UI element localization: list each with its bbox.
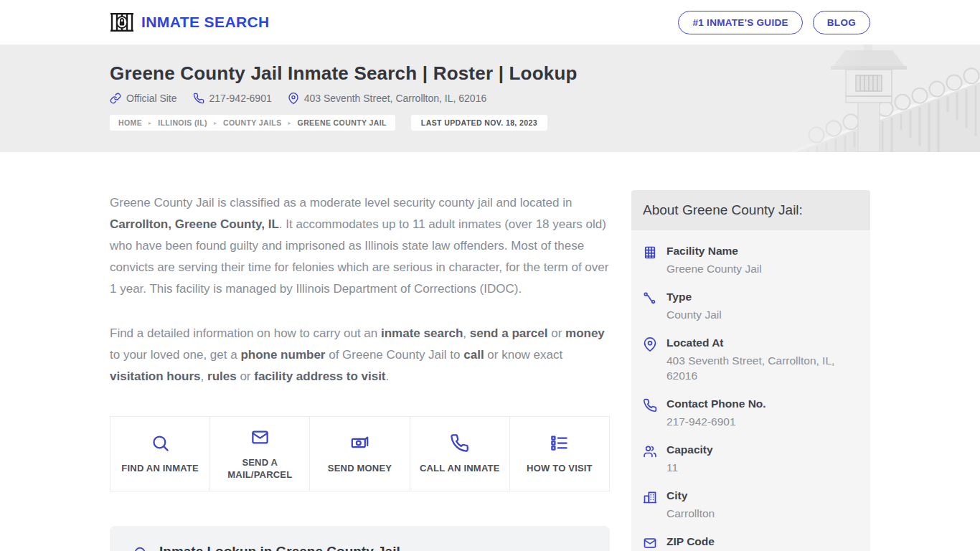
quick-actions: FIND AN INMATESEND A MAIL/PARCELSEND MON… [110,416,610,491]
breadcrumb-item-greene-county-jail[interactable]: GREENE COUNTY JAIL [298,118,387,127]
info-text: CityCarrollton [666,489,715,521]
body-text: , [463,326,469,340]
body-text: , [201,369,207,383]
info-value: 11 [666,460,713,475]
body-text: to your loved one, get a [110,348,240,362]
action-call-an-inmate[interactable]: CALL AN INMATE [410,417,510,491]
mail-icon [643,536,657,551]
info-text: Capacity11 [666,443,713,475]
inmates-guide-button[interactable]: #1 INMATE'S GUIDE [678,11,802,34]
sidebar-title: About Greene County Jail: [631,190,870,230]
intro-paragraph: Greene County Jail is classified as a mo… [110,192,610,300]
emphasis-text: inmate search [381,326,463,340]
info-item-type: TypeCounty Jail [643,283,859,329]
phone-link[interactable]: 217-942-6901 [193,93,272,104]
emphasis-text: facility address to visit [254,369,385,383]
info-label: Capacity [666,443,713,456]
checklist-icon [550,433,569,453]
breadcrumb-item-illinois-il[interactable]: ILLINOIS (IL) [158,118,207,127]
blog-button[interactable]: BLOG [813,11,870,34]
info-text: ZIP Code62016 [666,535,715,551]
info-label: Type [666,291,722,303]
article-column: Greene County Jail is classified as a mo… [110,152,610,551]
phone-icon [643,398,657,429]
info-item-located-at: Located At403 Seventh Street, Carrollton… [643,329,859,390]
body-text: or [237,369,255,383]
info-item-facility-name: Facility NameGreene County Jail [643,237,859,283]
emphasis-text: phone number [240,348,325,362]
info-text: TypeCounty Jail [666,291,722,322]
header-nav: #1 INMATE'S GUIDE BLOG [678,11,870,34]
breadcrumb: HOME▸ILLINOIS (IL)▸COUNTY JAILS▸GREENE C… [110,115,395,131]
search-icon [133,545,149,551]
services-paragraph: Find a detailed information on how to ca… [110,323,610,387]
action-label: HOW TO VISIT [527,462,593,474]
breadcrumb-item-county-jails[interactable]: COUNTY JAILS [223,118,282,127]
phone-number: 217-942-6901 [209,93,272,104]
info-value: 217-942-6901 [666,414,766,429]
body-text: Find a detailed information on how to ca… [110,326,381,340]
emphasis-text: money [565,326,605,340]
main-content: Greene County Jail is classified as a mo… [110,152,870,551]
info-item-capacity: Capacity11 [643,436,859,482]
jail-lock-icon [110,11,134,33]
people-icon [643,444,657,475]
info-text: Contact Phone No.217-942-6901 [666,397,766,429]
official-site-link[interactable]: Official Site [110,93,177,104]
action-send-money[interactable]: SEND MONEY [310,417,410,491]
info-item-zip-code: ZIP Code62016 [643,528,859,551]
inmate-lookup-section: Inmate Lookup in Greene County Jail [110,526,610,551]
info-label: Facility Name [666,245,762,258]
body-text: or know exact [484,348,563,362]
facility-icon [643,245,657,276]
map-pin-icon [288,93,299,104]
brand-name: INMATE SEARCH [141,14,270,31]
site-header: INMATE SEARCH #1 INMATE'S GUIDE BLOG [0,0,980,44]
mail-icon [250,428,270,447]
emphasis-text: send a parcel [470,326,548,340]
breadcrumb-separator-icon: ▸ [288,120,291,126]
body-text: . [386,369,390,383]
city-icon [643,490,657,521]
action-label: SEND MONEY [328,462,392,474]
action-find-an-inmate[interactable]: FIND AN INMATE [110,417,210,491]
last-updated-badge: LAST UPDATED NOV. 18, 2023 [411,115,547,131]
info-label: City [666,489,715,502]
action-label: FIND AN INMATE [121,462,199,474]
body-text: of Greene County Jail to [325,348,463,362]
action-how-to-visit[interactable]: HOW TO VISIT [510,417,609,491]
info-value: Greene County Jail [666,261,762,276]
type-icon [643,291,657,322]
about-sidebar: About Greene County Jail: Facility NameG… [631,190,870,551]
info-text: Facility NameGreene County Jail [666,245,762,276]
phone-icon [450,433,469,453]
action-label: CALL AN INMATE [420,462,500,474]
emphasis-text: rules [207,369,237,383]
address-text: 403 Seventh Street, Carrollton, IL, 6201… [304,93,487,104]
info-value: 403 Seventh Street, Carrollton, IL, 6201… [666,353,859,383]
info-label: Located At [666,336,859,349]
info-label: ZIP Code [666,535,715,548]
info-value: County Jail [666,307,722,322]
body-text: Greene County Jail is classified as a mo… [110,196,572,209]
search-icon [151,433,170,453]
emphasis-text: call [463,348,484,362]
lookup-title: Inmate Lookup in Greene County Jail [159,544,400,551]
info-text: Located At403 Seventh Street, Carrollton… [666,336,859,383]
info-item-contact-phone-no: Contact Phone No.217-942-6901 [643,390,859,436]
page-title: Greene County Jail Inmate Search | Roste… [110,62,870,85]
sidebar-items: Facility NameGreene County JailTypeCount… [631,230,870,551]
breadcrumb-item-home[interactable]: HOME [118,118,142,127]
header-logo[interactable]: INMATE SEARCH [110,11,270,33]
action-send-a-mail-parcel[interactable]: SEND A MAIL/PARCEL [210,417,310,491]
emphasis-text: Carrollton, Greene County, IL [110,217,279,231]
info-item-city: CityCarrollton [643,482,859,528]
breadcrumb-row: HOME▸ILLINOIS (IL)▸COUNTY JAILS▸GREENE C… [110,115,870,131]
emphasis-text: visitation hours [110,369,201,383]
info-label: Contact Phone No. [666,397,766,410]
phone-icon [193,93,204,104]
facility-address: 403 Seventh Street, Carrollton, IL, 6201… [288,93,487,104]
hero-meta-row: Official Site 217-942-6901 403 Seventh S… [110,93,870,104]
link-icon [110,93,121,104]
hero-section: Greene County Jail Inmate Search | Roste… [0,44,980,152]
